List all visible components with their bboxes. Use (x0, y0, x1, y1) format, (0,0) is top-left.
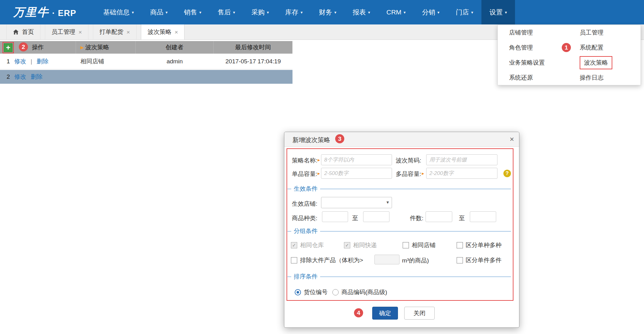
close-icon[interactable]: × (78, 29, 82, 35)
effective-shop-select[interactable]: ▾ (321, 197, 392, 208)
batch-code-input[interactable] (426, 154, 497, 165)
menu-item-role-mgmt[interactable]: 角色管理 (509, 44, 533, 52)
annotation-badge-1: 1 (562, 43, 571, 52)
cancel-button[interactable]: 关闭 (404, 307, 435, 320)
to-label: 至 (352, 214, 358, 222)
home-icon (13, 29, 19, 35)
nav-item-finance[interactable]: 财务▾ (311, 0, 345, 24)
table-row[interactable]: 1 修改 | 删除 相同店铺 admin 2017-05-17 17:04:19 (0, 54, 292, 69)
annotation-badge-3: 3 (335, 134, 344, 143)
section-sorting-conditions: 排序条件 (287, 273, 511, 281)
product-kinds-min-input[interactable] (322, 211, 348, 222)
single-capacity-input[interactable] (321, 168, 392, 179)
product-kinds-label: 商品种类: (292, 214, 317, 222)
nav-item-sales[interactable]: 销售▾ (176, 0, 210, 24)
add-strategy-button[interactable]: + (4, 43, 13, 52)
cell-actions: 2 修改 删除 (0, 73, 76, 81)
radio-icon (332, 289, 339, 295)
tab-label: 波次策略 (148, 28, 171, 36)
sort-arrow-icon: ▶ (80, 45, 84, 50)
effective-shop-label: 生效店铺: (292, 200, 317, 208)
plus-icon: + (6, 44, 10, 51)
nav-item-purchase[interactable]: 采购▾ (243, 0, 277, 24)
checkbox-same-courier[interactable]: 相同快递 (344, 241, 377, 249)
table-row-selected[interactable]: 2 修改 删除 (0, 69, 292, 84)
piece-count-min-input[interactable] (426, 211, 452, 222)
edit-link[interactable]: 修改 (14, 73, 26, 81)
piece-count-max-input[interactable] (470, 211, 496, 222)
menu-item-business-strategy[interactable]: 业务策略设置 (509, 59, 545, 67)
confirm-button[interactable]: 确定 (372, 307, 398, 320)
menu-item-system-config[interactable]: 系统配置 (580, 44, 604, 52)
nav-item-base-info[interactable]: 基础信息▾ (95, 0, 142, 24)
tab-wave-strategy[interactable]: 波次策略 × (141, 24, 185, 40)
tab-home[interactable]: 首页 (6, 24, 40, 40)
multi-capacity-input[interactable] (426, 168, 497, 179)
checkbox-icon (291, 257, 297, 263)
section-title: 排序条件 (294, 273, 318, 281)
tab-employee-mgmt[interactable]: 员工管理 × (45, 24, 89, 40)
checkbox-icon (403, 242, 409, 248)
checkbox-same-shop[interactable]: 相同店铺 (403, 241, 436, 249)
help-icon[interactable]: ? (503, 170, 511, 177)
chevron-down-icon: ▾ (199, 10, 201, 15)
menu-item-shop-mgmt[interactable]: 店铺管理 (509, 29, 533, 37)
annotation-box-wave-strategy[interactable]: 波次策略 (580, 56, 612, 69)
delete-link[interactable]: 删除 (37, 57, 49, 66)
nav-item-settings[interactable]: 设置▾ (481, 0, 515, 24)
chevron-down-icon: ▾ (166, 10, 168, 15)
settings-dropdown-menu: 店铺管理 员工管理 角色管理 系统配置 业务策略设置 波次策略 系统还原 操作日… (497, 25, 641, 85)
tab-label: 员工管理 (51, 28, 75, 36)
cell-strategy: 相同店铺 (76, 57, 136, 66)
close-icon[interactable]: × (510, 135, 514, 144)
chevron-down-icon: ▾ (334, 10, 336, 15)
required-arrow-icon: ▸ (422, 171, 424, 176)
product-kinds-max-input[interactable] (363, 211, 389, 222)
section-effective-conditions: 生效条件 (287, 185, 511, 193)
nav-item-distribution[interactable]: 分销▾ (414, 0, 448, 24)
checkbox-distinguish-single-multi-piece[interactable]: 区分单件多件 (457, 256, 502, 264)
close-icon[interactable]: × (174, 29, 178, 35)
piece-count-label: 件数: (410, 214, 423, 222)
dialog-title: 新增波次策略 (292, 136, 330, 144)
table-header-row: 操作 ▶ 波次策略 创建者 最后修改时间 (0, 41, 292, 54)
checkbox-same-warehouse[interactable]: 相同仓库 (291, 241, 324, 249)
radio-product-code[interactable]: 商品编码(商品级) (332, 288, 387, 296)
logo: 万里牛 · ERP (13, 5, 76, 20)
volume-threshold-input[interactable] (374, 255, 400, 264)
edit-link[interactable]: 修改 (14, 57, 26, 66)
row-index: 2 (7, 73, 10, 80)
checkbox-exclude-large-products[interactable]: 排除大件产品（体积为> (291, 256, 363, 264)
close-icon[interactable]: × (126, 29, 130, 35)
nav-item-inventory[interactable]: 库存▾ (277, 0, 311, 24)
to-label: 至 (459, 214, 465, 222)
tab-print-dispatch[interactable]: 打单配货 × (93, 24, 137, 40)
logo-suffix: · ERP (52, 8, 76, 18)
chevron-down-icon: ▾ (505, 10, 507, 15)
checkbox-distinguish-single-multi-kind[interactable]: 区分单种多种 (457, 241, 502, 249)
menu-item-wave-strategy[interactable]: 波次策略 (580, 56, 612, 69)
menu-item-employee-mgmt[interactable]: 员工管理 (580, 29, 604, 37)
nav-item-stores[interactable]: 门店▾ (448, 0, 481, 24)
chevron-down-icon: ▾ (267, 10, 269, 15)
section-title: 分组条件 (294, 227, 318, 235)
menu-item-operation-log[interactable]: 操作日志 (580, 74, 604, 82)
new-wave-strategy-dialog: 新增波次策略 3 × 策略名称: ▸ 波次简码: 单品容量: ▸ 多品容量: ▸… (284, 132, 519, 328)
chevron-down-icon: ▾ (233, 10, 235, 15)
erp-screen: 万里牛 · ERP 基础信息▾ 商品▾ 销售▾ 售后▾ 采购▾ 库存▾ 财务▾ … (0, 0, 644, 334)
delete-link[interactable]: 删除 (31, 73, 43, 81)
nav-item-crm[interactable]: CRM▾ (378, 0, 414, 24)
chevron-down-icon: ▾ (437, 10, 440, 15)
radio-bin-number[interactable]: 货位编号 (295, 288, 328, 296)
nav-item-products[interactable]: 商品▾ (142, 0, 176, 24)
chevron-down-icon: ▾ (301, 10, 303, 15)
cell-creator: admin (136, 58, 214, 65)
separator: | (31, 58, 32, 65)
nav-item-reports[interactable]: 报表▾ (345, 0, 378, 24)
nav-item-after-sales[interactable]: 售后▾ (210, 0, 244, 24)
cell-actions: 1 修改 | 删除 (0, 57, 76, 66)
checkbox-icon (344, 242, 350, 248)
menu-item-system-restore[interactable]: 系统还原 (509, 74, 533, 82)
strategy-name-input[interactable] (321, 154, 392, 165)
row-index: 1 (7, 58, 10, 65)
